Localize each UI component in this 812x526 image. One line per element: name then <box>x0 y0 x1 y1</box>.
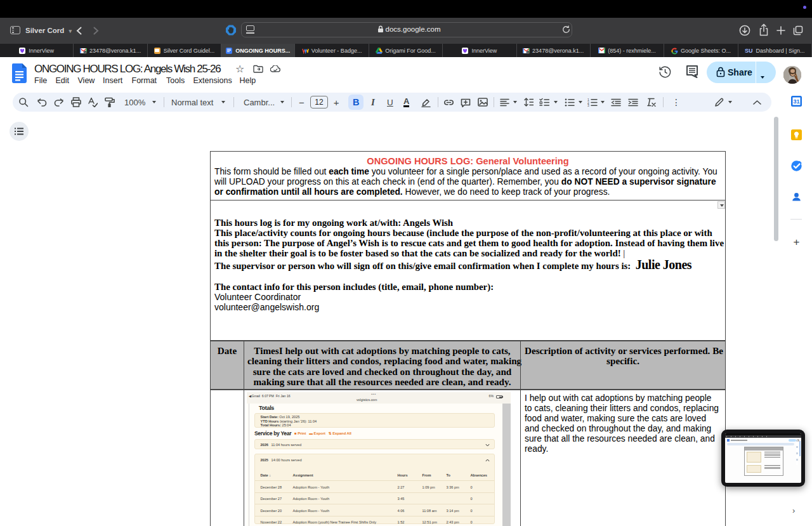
svg-text:0: 0 <box>84 51 86 53</box>
svg-text:0: 0 <box>527 51 528 53</box>
svg-text:31: 31 <box>793 98 799 105</box>
svg-text:3: 3 <box>587 103 589 107</box>
